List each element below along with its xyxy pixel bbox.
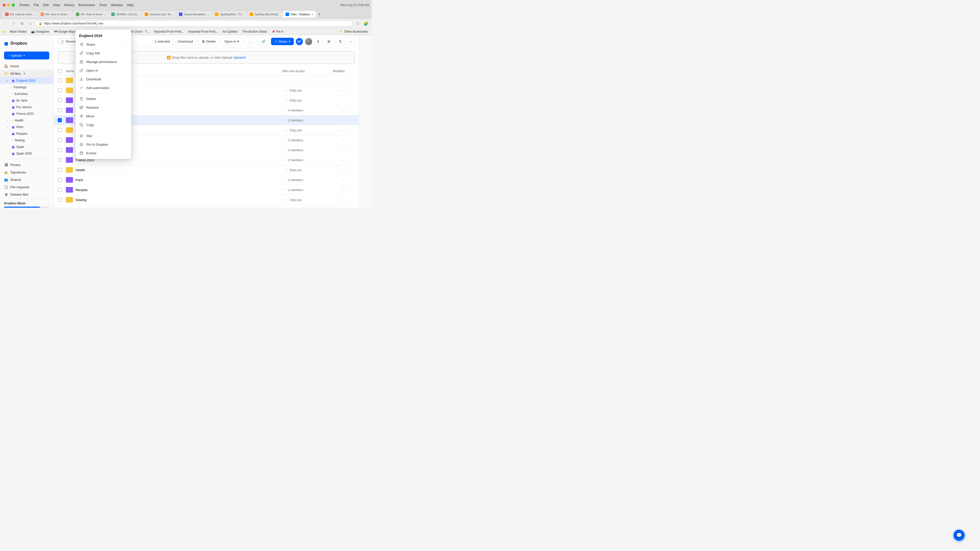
table-row-sewing[interactable]: Sewing ☆ Only you -- [54,195,359,205]
menu-bookmarks[interactable]: Bookmarks [79,3,95,7]
tab-1[interactable]: Re: How to move ... [3,11,38,17]
tree-item-spain2020[interactable]: › ◼ Spain 2020 [0,150,53,157]
url-bar[interactable]: 🔒 https://www.dropbox.com/home?di=left_n… [35,21,353,27]
tab-close-button[interactable]: ✕ [311,13,313,16]
open-in-button[interactable]: Open in ▾ [221,38,243,45]
context-menu-item-share[interactable]: Share › [76,40,131,49]
row-checkbox[interactable] [58,128,62,132]
tab-5[interactable]: Amazon.com: M-... [142,11,176,17]
tree-item-france2023[interactable]: › ◼ France 2023 [0,110,53,117]
menu-help[interactable]: Help [127,3,134,7]
row-checkbox[interactable] [58,138,62,142]
star-icon[interactable]: ☆ [284,158,287,162]
context-menu-item-automation[interactable]: Add automation [76,83,131,92]
forward-button[interactable]: › [11,21,17,27]
tree-item-spain[interactable]: › ◼ Spain [0,144,53,150]
context-menu-item-copy[interactable]: Copy [76,121,131,129]
row-checkbox[interactable] [58,158,62,162]
star-icon[interactable]: ☆ [285,88,289,92]
sort-button[interactable]: ⇅ [336,38,345,45]
bookmark-button[interactable]: ☆ [355,21,361,27]
upload-chevron[interactable]: ▾ [244,56,246,59]
reload-button[interactable]: ↻ [19,21,25,27]
link-button[interactable]: 🔗 [258,38,269,45]
star-icon[interactable]: ☆ [284,178,287,182]
table-row-recipes[interactable]: Recipes ☆ 2 members -- [54,185,359,195]
extensions-button[interactable]: 🧩 [363,21,369,27]
minimize-window-button[interactable] [7,3,10,6]
access-column-header[interactable]: Who can access [273,69,314,73]
row-checkbox[interactable] [58,188,62,192]
table-row-health[interactable]: Health ☆ Only you -- [54,165,359,175]
context-menu-item-pin[interactable]: Pin to Dropbox [76,140,131,149]
sidebar-item-file-requests[interactable]: 📋 File requests [0,183,53,191]
row-checkbox[interactable] [58,98,62,102]
star-icon[interactable]: ☆ [285,198,289,202]
row-checkbox[interactable] [58,148,62,152]
row-checkbox[interactable] [58,88,62,92]
more-actions-button[interactable]: ... [245,38,254,45]
sidebar-item-all-files[interactable]: 📁 All files ▾ [0,70,53,77]
upload-button[interactable]: ↑ Upload ▾ [4,52,49,59]
row-checkbox[interactable] [58,78,62,83]
table-row-paris[interactable]: Paris ☆ 2 members -- [54,175,359,185]
modified-column-header[interactable]: Modified [314,69,345,73]
tab-8[interactable]: Spelling Bee Budd... [247,11,283,17]
row-checkbox[interactable] [58,198,62,202]
tree-item-travelogs[interactable]: ▪ Travelogs [0,84,53,91]
star-icon[interactable]: ☆ [284,138,287,142]
tree-item-forjascha[interactable]: › ◼ For Jascha [0,104,53,110]
tree-item-health[interactable]: › ▪ Health [0,117,53,124]
context-menu-item-copylink[interactable]: Copy link [76,49,131,57]
sidebar-item-deleted[interactable]: 🗑 Deleted files [0,191,53,198]
tree-item-england2019[interactable]: ▾ ◼ England 2019 [0,77,53,84]
tree-item-sewing[interactable]: › ▪ Sewing [0,137,53,144]
select-all-checkbox[interactable] [58,69,62,73]
bookmark-pin-it[interactable]: 📌 Pin It [270,29,284,34]
user-avatar-2[interactable] [305,38,312,45]
star-icon[interactable]: ☆ [284,118,287,122]
tree-item-paris[interactable]: › ◼ Paris [0,124,53,130]
home-button[interactable]: ⌂ [27,21,33,27]
menu-firefox[interactable]: Firefox [19,3,30,7]
context-menu-item-events[interactable]: Events [76,149,131,157]
tab-7[interactable]: Spelling Bee - Th... [212,11,246,17]
info-button[interactable]: ℹ [314,38,322,45]
row-checkbox[interactable] [58,178,62,182]
context-menu-item-delete[interactable]: Delete [76,94,131,103]
menu-file[interactable]: File [34,3,39,7]
context-menu-item-star[interactable]: Star [76,131,131,140]
row-checkbox[interactable] [58,168,62,172]
star-icon[interactable]: ☆ [284,188,287,192]
upload-link[interactable]: Upload [233,56,243,59]
sidebar-item-home[interactable]: 🏠 Home [0,62,53,70]
menu-tools[interactable]: Tools [99,3,107,7]
context-menu-item-move[interactable]: Move [76,112,131,121]
menu-edit[interactable]: Edit [43,3,49,7]
bookmark-art-quilters[interactable]: Art Quilters [221,29,239,34]
bookmark-imported-3[interactable]: Imported From Firef... [187,29,219,34]
tree-item-exercises[interactable]: › ▪ Exercises [0,91,53,97]
bookmark-imported-2[interactable]: Imported From Firef... [153,29,185,34]
row-checkbox[interactable]: ✓ [58,118,62,122]
context-menu-item-openin[interactable]: Open in › [76,66,131,75]
download-button[interactable]: ↓ Download [172,38,196,45]
menu-view[interactable]: View [53,3,60,7]
star-icon[interactable]: ☆ [285,168,289,172]
bookmark-most-visited[interactable]: Most Visited [9,29,27,34]
bookmark-boston-globe[interactable]: The Boston Globe [242,29,268,34]
star-icon[interactable]: ☆ [285,128,289,132]
tab-3[interactable]: Re: How to move ... [73,11,108,17]
sidebar-item-photos[interactable]: 🖼 Photos [0,161,53,168]
user-avatar-1[interactable]: DF [296,38,303,45]
star-icon[interactable]: ☆ [284,148,287,152]
tab-2[interactable]: Re: How to move ... [38,11,73,17]
tab-dropbox[interactable]: Files - Dropbox ✕ [283,11,316,17]
maximize-window-button[interactable] [12,3,15,6]
bookmark-google-maps[interactable]: 🗺 Google Maps [53,29,77,34]
sidebar-item-signatures[interactable]: ✍ Signatures [0,168,53,176]
back-button[interactable]: ‹ [3,21,9,27]
context-menu-item-download[interactable]: Download [76,75,131,83]
close-window-button[interactable] [3,3,6,6]
view-toggle-button[interactable]: ⊞ [324,38,334,45]
